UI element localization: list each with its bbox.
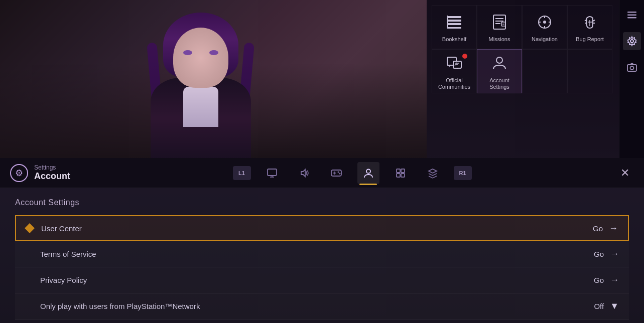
tab-account[interactable]	[357, 162, 379, 184]
character-artwork	[100, 0, 301, 158]
svg-rect-44	[401, 169, 405, 173]
svg-rect-30	[627, 17, 636, 19]
missions-icon	[488, 11, 510, 33]
user-center-arrow-icon: →	[609, 223, 618, 234]
settings-title-group: Settings Account	[34, 164, 70, 182]
settings-breadcrumb: Settings	[34, 164, 70, 171]
top-right-panel: Bookshelf Missions	[427, 0, 619, 158]
empty-cell-2	[567, 49, 612, 93]
notification-badge	[462, 54, 467, 59]
privacy-policy-arrow-icon: →	[610, 275, 619, 285]
svg-rect-29	[627, 15, 636, 16]
settings-tab-bar: L1	[70, 162, 634, 184]
psn-only-row[interactable]: Only play with users from PlayStation™Ne…	[15, 293, 629, 319]
sidebar-camera-icon[interactable]	[623, 58, 641, 76]
bookshelf-icon	[443, 11, 465, 33]
bug-report-label: Bug Report	[576, 36, 604, 43]
tab-audio[interactable]	[293, 162, 315, 184]
terms-of-service-label: Terms of Service	[25, 250, 594, 258]
terms-of-service-arrow-icon: →	[610, 249, 619, 259]
svg-rect-4	[447, 16, 448, 29]
svg-point-40	[337, 171, 339, 173]
tab-l1[interactable]: L1	[233, 166, 251, 180]
settings-gear-icon: ⚙	[10, 164, 28, 182]
svg-point-31	[630, 40, 633, 43]
bookshelf-button[interactable]: Bookshelf	[432, 5, 477, 49]
svg-rect-2	[447, 23, 461, 25]
bookshelf-label: Bookshelf	[442, 36, 466, 43]
svg-point-27	[496, 57, 502, 63]
tab-r1[interactable]: R1	[454, 166, 472, 180]
layers-icon	[427, 168, 438, 179]
svg-rect-46	[401, 174, 405, 177]
psn-only-dropdown-icon: ▼	[610, 301, 619, 311]
right-sidebar	[619, 0, 644, 158]
close-button[interactable]: ✕	[616, 164, 634, 182]
svg-rect-0	[447, 16, 461, 18]
psn-only-value: Off	[594, 302, 604, 310]
icon-row-2: OfficialCommunities AccountSettings	[432, 49, 614, 93]
row-selected-indicator	[25, 223, 35, 233]
bug-report-button[interactable]: Bug Report	[567, 5, 612, 49]
svg-rect-34	[268, 169, 277, 176]
svg-point-12	[543, 21, 546, 24]
official-communities-button[interactable]: OfficialCommunities	[432, 49, 477, 93]
tab-r1-label: R1	[459, 170, 466, 176]
account-settings-label: AccountSettings	[489, 77, 509, 90]
official-communities-label: OfficialCommunities	[438, 77, 470, 90]
user-center-row[interactable]: User Center Go →	[15, 215, 629, 241]
sidebar-gear-icon[interactable]	[623, 32, 641, 50]
privacy-policy-row[interactable]: Privacy Policy Go →	[15, 267, 629, 293]
tab-display[interactable]	[261, 162, 283, 184]
tab-layers[interactable]	[422, 162, 444, 184]
svg-rect-3	[447, 27, 461, 29]
psn-only-label: Only play with users from PlayStation™Ne…	[25, 302, 594, 310]
tab-controls[interactable]	[325, 162, 347, 184]
navigation-label: Navigation	[532, 36, 558, 43]
icon-row-1: Bookshelf Missions	[432, 5, 614, 49]
display-icon	[267, 168, 278, 179]
account-settings-icon	[488, 52, 510, 74]
grid-icon	[395, 168, 406, 179]
controls-icon	[330, 167, 342, 179]
privacy-policy-label: Privacy Policy	[25, 276, 594, 284]
settings-page-title: Account	[34, 171, 70, 182]
account-tab-icon	[363, 168, 374, 179]
svg-rect-1	[447, 20, 461, 22]
tab-l1-label: L1	[238, 170, 245, 176]
user-center-value: Go	[593, 224, 603, 233]
missions-button[interactable]: Missions	[477, 5, 522, 49]
svg-rect-28	[627, 12, 636, 13]
svg-rect-43	[397, 169, 400, 173]
bug-report-icon	[579, 11, 601, 33]
navigation-button[interactable]: Navigation	[522, 5, 567, 49]
sidebar-list-icon[interactable]	[623, 6, 641, 24]
tab-grid[interactable]	[390, 162, 412, 184]
quick-access-grid: Bookshelf Missions	[427, 0, 619, 98]
svg-rect-32	[627, 65, 636, 71]
svg-point-42	[366, 169, 370, 173]
privacy-policy-value: Go	[594, 276, 604, 284]
missions-label: Missions	[489, 36, 510, 43]
game-background	[0, 0, 427, 158]
section-title: Account Settings	[15, 198, 629, 207]
terms-of-service-value: Go	[594, 250, 604, 258]
svg-point-41	[339, 173, 340, 174]
settings-content: Account Settings User Center Go → Terms …	[0, 188, 644, 323]
terms-of-service-row[interactable]: Terms of Service Go →	[15, 241, 629, 267]
settings-rows-container: User Center Go → Terms of Service Go → P…	[15, 215, 629, 319]
svg-point-33	[630, 66, 633, 70]
close-icon: ✕	[620, 167, 629, 180]
svg-rect-45	[397, 174, 400, 177]
empty-cell-1	[522, 49, 567, 93]
settings-header: ⚙ Settings Account L1	[0, 158, 644, 188]
audio-icon	[299, 168, 310, 179]
account-settings-button[interactable]: AccountSettings	[477, 49, 522, 93]
user-center-label: User Center	[41, 224, 593, 233]
settings-panel: ⚙ Settings Account L1	[0, 158, 644, 323]
navigation-icon	[534, 11, 556, 33]
